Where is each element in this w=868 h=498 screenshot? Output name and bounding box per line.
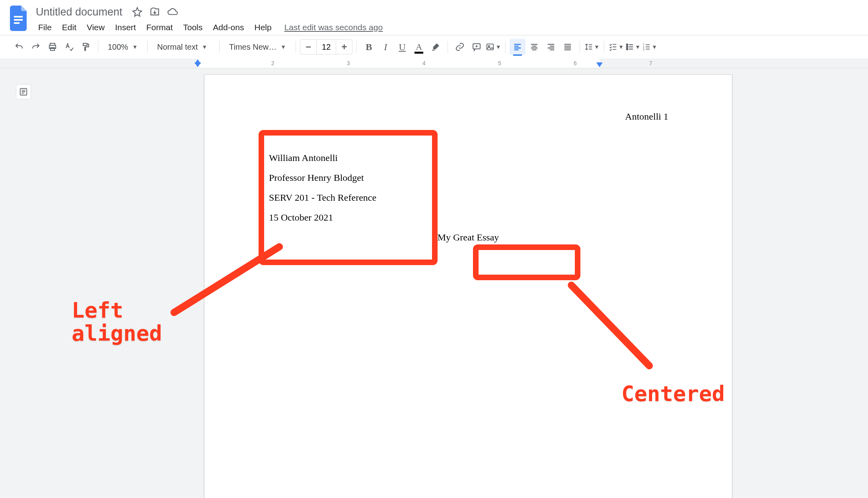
menu-insert[interactable]: Insert [110, 20, 141, 35]
paint-format-button[interactable] [78, 39, 94, 55]
insert-comment-button[interactable] [469, 39, 485, 55]
doc-line[interactable]: Professor Henry Blodget [269, 168, 668, 188]
font-dropdown[interactable]: Times New…▼ [224, 39, 292, 55]
underline-button[interactable]: U [394, 39, 410, 55]
menu-tools[interactable]: Tools [178, 20, 207, 35]
font-size-increase[interactable]: + [336, 40, 352, 54]
bullet-list-button[interactable]: ▼ [625, 39, 641, 55]
move-icon[interactable] [150, 7, 160, 17]
page-header-text[interactable]: Antonelli 1 [625, 111, 668, 122]
font-size-decrease[interactable]: − [300, 40, 316, 54]
doc-title[interactable]: Untitled document [33, 5, 125, 19]
italic-button[interactable]: I [378, 39, 393, 55]
zoom-dropdown[interactable]: 100%▼ [102, 39, 143, 55]
insert-link-button[interactable] [452, 39, 468, 55]
docs-logo[interactable] [8, 4, 29, 33]
line-spacing-button[interactable]: ▼ [584, 39, 600, 55]
align-left-button[interactable] [510, 39, 525, 55]
ruler-tick-5: 5 [498, 60, 501, 66]
editor-canvas[interactable]: Antonelli 1 William Antonelli Professor … [0, 68, 868, 498]
svg-point-9 [627, 44, 628, 46]
toolbar: 100%▼ Normal text▼ Times New…▼ − 12 + B … [0, 35, 868, 58]
svg-rect-2 [14, 22, 19, 24]
align-justify-button[interactable] [560, 39, 576, 55]
print-button[interactable] [45, 39, 60, 55]
font-size-value[interactable]: 12 [316, 40, 336, 54]
outline-toggle-button[interactable] [16, 84, 31, 99]
ruler-tick-3: 3 [347, 60, 350, 66]
left-indent-marker[interactable] [195, 62, 201, 67]
doc-title-line[interactable]: My Great Essay [269, 228, 668, 248]
title-area: Untitled document File Edit View Insert … [33, 4, 860, 35]
right-indent-marker[interactable] [596, 62, 603, 67]
ruler[interactable]: 1 2 3 4 5 6 7 [0, 58, 868, 68]
menu-bar: File Edit View Insert Format Tools Add-o… [33, 20, 860, 35]
insert-image-button[interactable]: ▼ [485, 39, 501, 55]
text-color-button[interactable]: A [411, 39, 427, 55]
cloud-status-icon[interactable] [167, 7, 178, 17]
align-right-button[interactable] [543, 39, 559, 55]
menu-file[interactable]: File [33, 20, 56, 35]
undo-button[interactable] [11, 39, 27, 55]
doc-line[interactable]: William Antonelli [269, 148, 668, 168]
svg-point-11 [627, 48, 628, 50]
numbered-list-button[interactable]: 123▼ [642, 39, 658, 55]
menu-help[interactable]: Help [249, 20, 276, 35]
ruler-tick-2: 2 [271, 60, 274, 66]
spellcheck-button[interactable] [61, 39, 77, 55]
annotation-label-left: Left aligned [72, 299, 162, 345]
highlight-button[interactable] [428, 39, 444, 55]
svg-point-10 [627, 46, 628, 48]
ruler-tick-6: 6 [574, 60, 577, 66]
menu-edit[interactable]: Edit [57, 20, 81, 35]
document-page[interactable]: Antonelli 1 William Antonelli Professor … [204, 74, 732, 498]
menu-view[interactable]: View [82, 20, 109, 35]
svg-rect-0 [14, 16, 23, 17]
svg-rect-7 [487, 44, 493, 50]
bold-button[interactable]: B [361, 39, 377, 55]
document-body[interactable]: William Antonelli Professor Henry Blodge… [269, 148, 668, 248]
doc-line[interactable]: 15 October 2021 [269, 208, 668, 228]
star-icon[interactable] [132, 7, 142, 17]
style-dropdown[interactable]: Normal text▼ [152, 39, 215, 55]
doc-line[interactable]: SERV 201 - Tech Reference [269, 188, 668, 208]
ruler-tick-7: 7 [649, 60, 652, 66]
font-size-box: − 12 + [300, 39, 352, 54]
align-center-button[interactable] [526, 39, 542, 55]
last-edit-link[interactable]: Last edit was seconds ago [284, 23, 383, 32]
svg-text:3: 3 [643, 48, 644, 51]
menu-format[interactable]: Format [142, 20, 178, 35]
svg-rect-1 [14, 19, 23, 21]
redo-button[interactable] [28, 39, 44, 55]
app-header: Untitled document File Edit View Insert … [0, 0, 868, 35]
checklist-button[interactable]: ▼ [608, 39, 624, 55]
ruler-tick-4: 4 [422, 60, 426, 66]
menu-addons[interactable]: Add-ons [208, 20, 249, 35]
